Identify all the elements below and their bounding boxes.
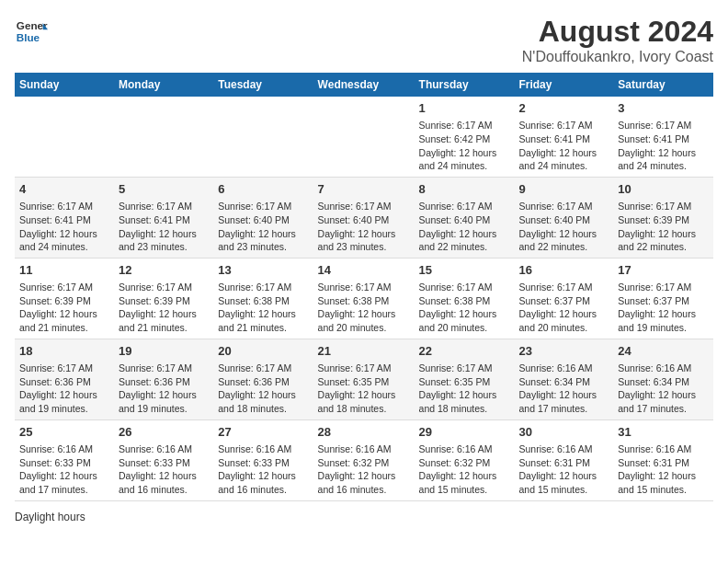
calendar-cell: 5Sunrise: 6:17 AMSunset: 6:41 PMDaylight… [114, 177, 213, 258]
header-thursday: Thursday [415, 73, 515, 97]
cell-info: Daylight: 12 hours [19, 469, 109, 483]
cell-info: Daylight: 12 hours [618, 227, 709, 241]
header-saturday: Saturday [613, 73, 713, 97]
cell-info: and 16 minutes. [119, 483, 209, 497]
day-number: 4 [19, 181, 109, 198]
calendar-cell: 16Sunrise: 6:17 AMSunset: 6:37 PMDayligh… [514, 258, 613, 339]
cell-info: Sunset: 6:40 PM [318, 213, 410, 227]
cell-info: Sunset: 6:32 PM [318, 456, 410, 470]
cell-info: Sunset: 6:40 PM [518, 213, 609, 227]
cell-info: Sunset: 6:41 PM [119, 213, 209, 227]
cell-info: Daylight: 12 hours [419, 469, 510, 483]
cell-info: Sunrise: 6:17 AM [19, 200, 109, 213]
cell-info: and 24 minutes. [618, 159, 709, 173]
cell-info: Sunset: 6:33 PM [119, 456, 209, 470]
day-number: 16 [518, 262, 609, 279]
day-number: 7 [318, 181, 410, 198]
cell-info: Sunrise: 6:16 AM [518, 362, 609, 375]
calendar-cell: 21Sunrise: 6:17 AMSunset: 6:35 PMDayligh… [313, 339, 415, 419]
calendar-cell: 27Sunrise: 6:16 AMSunset: 6:33 PMDayligh… [213, 419, 313, 500]
cell-info: Sunset: 6:38 PM [419, 294, 510, 308]
cell-info: Daylight: 12 hours [218, 227, 308, 241]
cell-info: Sunset: 6:31 PM [618, 456, 709, 470]
day-number: 14 [318, 262, 410, 279]
cell-info: Sunrise: 6:16 AM [19, 442, 109, 456]
cell-info: Daylight: 12 hours [518, 307, 609, 321]
cell-info: Daylight: 12 hours [19, 227, 109, 241]
cell-info: Daylight: 12 hours [218, 469, 308, 483]
cell-info: Sunset: 6:38 PM [318, 294, 410, 308]
cell-info: Daylight: 12 hours [618, 146, 709, 160]
calendar-cell: 14Sunrise: 6:17 AMSunset: 6:38 PMDayligh… [313, 258, 415, 339]
cell-info: and 21 minutes. [119, 321, 209, 335]
calendar-cell: 10Sunrise: 6:17 AMSunset: 6:39 PMDayligh… [613, 177, 713, 258]
cell-info: Sunset: 6:34 PM [618, 375, 709, 389]
cell-info: Daylight: 12 hours [419, 146, 510, 160]
cell-info: Sunset: 6:36 PM [218, 375, 308, 389]
cell-info: and 22 minutes. [518, 240, 609, 254]
calendar-cell [313, 97, 415, 177]
calendar-cell: 20Sunrise: 6:17 AMSunset: 6:36 PMDayligh… [213, 339, 313, 419]
calendar-cell: 18Sunrise: 6:17 AMSunset: 6:36 PMDayligh… [15, 339, 114, 419]
cell-info: Daylight: 12 hours [218, 307, 308, 321]
cell-info: Sunrise: 6:17 AM [618, 119, 709, 132]
calendar-cell: 28Sunrise: 6:16 AMSunset: 6:32 PMDayligh… [313, 419, 415, 500]
cell-info: and 17 minutes. [618, 402, 709, 416]
cell-info: and 21 minutes. [218, 321, 308, 335]
calendar-subtitle: N'Douffoukankro, Ivory Coast [522, 49, 713, 65]
cell-info: Sunrise: 6:16 AM [119, 442, 209, 456]
cell-info: and 15 minutes. [518, 483, 609, 497]
header-wednesday: Wednesday [313, 73, 415, 97]
cell-info: and 24 minutes. [19, 240, 109, 254]
cell-info: Sunrise: 6:16 AM [419, 442, 510, 456]
calendar-cell: 30Sunrise: 6:16 AMSunset: 6:31 PMDayligh… [514, 419, 613, 500]
calendar-cell: 25Sunrise: 6:16 AMSunset: 6:33 PMDayligh… [15, 419, 114, 500]
cell-info: Sunrise: 6:17 AM [119, 362, 209, 375]
cell-info: Sunrise: 6:17 AM [318, 281, 410, 294]
day-number: 2 [518, 100, 609, 117]
day-number: 20 [218, 343, 308, 360]
cell-info: Sunrise: 6:17 AM [618, 281, 709, 294]
cell-info: Sunset: 6:38 PM [218, 294, 308, 308]
cell-info: Daylight: 12 hours [318, 307, 410, 321]
day-number: 21 [318, 343, 410, 360]
day-number: 9 [518, 181, 609, 198]
day-number: 8 [419, 181, 510, 198]
calendar-cell: 2Sunrise: 6:17 AMSunset: 6:41 PMDaylight… [514, 97, 613, 177]
cell-info: Sunset: 6:39 PM [618, 213, 709, 227]
cell-info: Sunrise: 6:17 AM [218, 200, 308, 213]
calendar-cell: 22Sunrise: 6:17 AMSunset: 6:35 PMDayligh… [415, 339, 515, 419]
cell-info: Sunrise: 6:17 AM [318, 200, 410, 213]
day-number: 23 [518, 343, 609, 360]
svg-text:Blue: Blue [17, 31, 40, 43]
header-sunday: Sunday [15, 73, 114, 97]
cell-info: and 22 minutes. [618, 240, 709, 254]
cell-info: Sunset: 6:39 PM [19, 294, 109, 308]
week-row-3: 11Sunrise: 6:17 AMSunset: 6:39 PMDayligh… [15, 258, 713, 339]
cell-info: Daylight: 12 hours [19, 307, 109, 321]
cell-info: Sunset: 6:33 PM [19, 456, 109, 470]
calendar-cell: 9Sunrise: 6:17 AMSunset: 6:40 PMDaylight… [514, 177, 613, 258]
calendar-cell: 11Sunrise: 6:17 AMSunset: 6:39 PMDayligh… [15, 258, 114, 339]
cell-info: Daylight: 12 hours [318, 469, 410, 483]
calendar-cell: 8Sunrise: 6:17 AMSunset: 6:40 PMDaylight… [415, 177, 515, 258]
day-number: 6 [218, 181, 308, 198]
calendar-cell [213, 97, 313, 177]
cell-info: and 20 minutes. [518, 321, 609, 335]
header-friday: Friday [514, 73, 613, 97]
cell-info: Sunrise: 6:17 AM [19, 362, 109, 375]
cell-info: Sunset: 6:41 PM [618, 132, 709, 146]
cell-info: and 23 minutes. [119, 240, 209, 254]
calendar-cell [15, 97, 114, 177]
cell-info: Sunset: 6:35 PM [419, 375, 510, 389]
page-header: General Blue General Blue August 2024 N'… [15, 15, 713, 65]
cell-info: Sunset: 6:42 PM [419, 132, 510, 146]
cell-info: and 19 minutes. [618, 321, 709, 335]
calendar-cell: 1Sunrise: 6:17 AMSunset: 6:42 PMDaylight… [415, 97, 515, 177]
cell-info: and 17 minutes. [518, 402, 609, 416]
cell-info: and 16 minutes. [318, 483, 410, 497]
cell-info: Daylight: 12 hours [518, 469, 609, 483]
day-number: 10 [618, 181, 709, 198]
logo-icon: General Blue [15, 15, 48, 48]
cell-info: Daylight: 12 hours [618, 469, 709, 483]
